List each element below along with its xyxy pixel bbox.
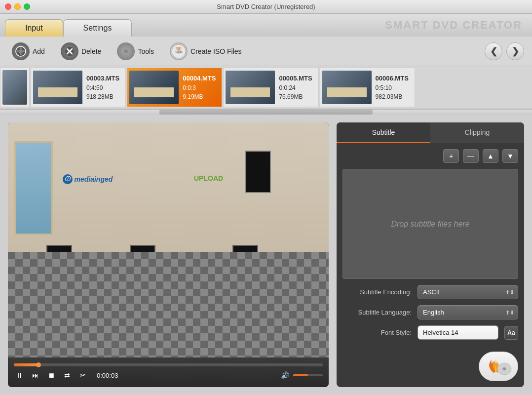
office-window — [14, 141, 53, 235]
nav-next-button[interactable]: ❯ — [506, 42, 524, 60]
pause-button[interactable]: ⏸ — [14, 369, 26, 381]
film-size: 982.03MB — [376, 92, 409, 101]
film-size: 76.69MB — [279, 92, 312, 101]
panel-tabs: Subtitle Clipping — [337, 122, 524, 143]
encoding-row: Subtitle Encoding: ASCII UTF-8 Latin-1 ⬆… — [342, 285, 518, 299]
iso-disc-icon: ISO DVD-R — [170, 42, 188, 60]
maximize-button[interactable] — [24, 3, 30, 10]
burn-icon — [484, 354, 513, 379]
move-up-button[interactable]: ▲ — [483, 149, 498, 163]
language-label: Subtitle Language: — [342, 309, 412, 316]
film-item-active[interactable]: 00004.MTS 0:0:3 9.19MB — [127, 68, 222, 107]
controls-row: ⏸ ⏭ ⏹ ⇄ ✂ 0:00:03 🔊 — [14, 369, 323, 381]
svg-point-1 — [19, 49, 23, 53]
filmstrip: MTS 3 00003.MTS 0:4:50 918.28MB — [0, 66, 532, 110]
add-subtitle-button[interactable]: + — [443, 149, 459, 163]
progress-fill — [14, 363, 38, 366]
minimize-button[interactable] — [14, 3, 21, 10]
progress-bar[interactable] — [14, 363, 323, 366]
film-duration: 0:4:50 — [86, 83, 119, 92]
film-thumbnail — [129, 71, 179, 104]
language-select[interactable]: English French German Spanish Italian — [418, 305, 518, 319]
next-frame-button[interactable]: ⏭ — [30, 369, 41, 381]
svg-point-3 — [20, 53, 22, 55]
drop-hint: Drop subtitle files here — [391, 220, 469, 229]
language-select-wrapper: English French German Spanish Italian ⬆⬇ — [418, 305, 518, 319]
close-button[interactable] — [5, 3, 11, 10]
film-size: 9.19MB — [183, 92, 216, 101]
create-iso-button[interactable]: ISO DVD-R Create ISO Files — [166, 40, 245, 62]
film-info: 00003.MTS 0:4:50 918.28MB — [82, 72, 123, 103]
panel-content: + — ▲ ▼ Drop subtitle files here Subtitl… — [337, 143, 524, 346]
subtitle-toolbar: + — ▲ ▼ — [342, 149, 518, 163]
create-iso-label: Create ISO Files — [190, 47, 241, 55]
move-down-button[interactable]: ▼ — [502, 149, 518, 163]
shuffle-button[interactable]: ⇄ — [61, 369, 73, 381]
svg-point-2 — [20, 47, 22, 49]
font-aa-button[interactable]: Aa — [504, 326, 518, 340]
panel-footer — [337, 346, 524, 387]
svg-point-9 — [124, 49, 128, 53]
volume-slider[interactable] — [293, 374, 323, 376]
video-controls: ⏸ ⏭ ⏹ ⇄ ✂ 0:00:03 🔊 — [8, 357, 329, 387]
nav-prev-button[interactable]: ❮ — [485, 42, 502, 60]
tab-subtitle[interactable]: Subtitle — [337, 122, 430, 143]
stop-button[interactable]: ⏹ — [45, 369, 57, 381]
film-item[interactable]: 00005.MTS 0:0:24 76.69MB — [223, 68, 318, 107]
delete-button[interactable]: Delete — [57, 40, 105, 62]
film-reel-icon — [12, 42, 30, 60]
film-info: 00004.MTS 0:0:3 9.19MB — [179, 72, 220, 103]
film-item[interactable]: 00006.MTS 0:5:10 982.03MB — [320, 68, 415, 107]
tab-bar: Input Settings SMART DVD CREATOR — [0, 14, 532, 37]
time-display: 0:00:03 — [97, 372, 118, 379]
main-window: Input Settings SMART DVD CREATOR Add — [0, 14, 532, 395]
film-duration: 0:5:10 — [376, 83, 409, 92]
tools-button[interactable]: Tools — [113, 40, 158, 62]
film-thumbnail — [2, 70, 27, 105]
encoding-select-wrapper: ASCII UTF-8 Latin-1 ⬆⬇ — [418, 285, 518, 299]
film-item[interactable]: 00003.MTS 0:4:50 918.28MB — [31, 68, 126, 107]
content-area: ⓘ mediainged UPLOAD — [0, 115, 532, 395]
film-item[interactable]: MTS 3 — [0, 68, 30, 107]
svg-point-17 — [503, 368, 505, 370]
progress-handle[interactable] — [36, 362, 41, 367]
film-filename: 00006.MTS — [376, 74, 409, 83]
film-duration: 0:0:3 — [183, 83, 216, 92]
film-info: 00005.MTS 0:0:24 76.69MB — [275, 72, 316, 103]
tab-clipping[interactable]: Clipping — [430, 122, 524, 143]
film-thumbnail — [33, 71, 82, 104]
font-value: Helvetica 14 — [423, 329, 458, 336]
font-style-box[interactable]: Helvetica 14 — [418, 325, 498, 340]
film-duration: 0:0:24 — [279, 83, 312, 92]
tools-label: Tools — [138, 47, 154, 55]
film-filename: 00003.MTS — [86, 74, 119, 83]
remove-subtitle-button[interactable]: — — [463, 149, 479, 163]
svg-text:ISO: ISO — [176, 46, 182, 50]
film-thumbnail — [322, 71, 372, 104]
office-floor — [8, 252, 329, 357]
add-button[interactable]: Add — [8, 40, 49, 62]
film-thumbnail — [226, 71, 275, 104]
cut-button[interactable]: ✂ — [77, 369, 89, 381]
delete-label: Delete — [81, 47, 101, 55]
add-label: Add — [33, 47, 45, 55]
gear-icon — [117, 42, 135, 60]
burn-button[interactable] — [479, 352, 518, 381]
nav-buttons: ❮ ❯ — [485, 42, 524, 60]
video-player: ⓘ mediainged UPLOAD — [8, 122, 329, 387]
subtitle-drop-zone[interactable]: Drop subtitle files here — [342, 169, 518, 279]
svg-point-4 — [17, 50, 19, 52]
toolbar: Add Delete Tools — [0, 37, 532, 66]
film-filename: 00005.MTS — [279, 74, 312, 83]
tab-input[interactable]: Input — [5, 19, 63, 37]
font-style-row: Font Style: Helvetica 14 Aa — [342, 325, 518, 340]
encoding-select[interactable]: ASCII UTF-8 Latin-1 — [418, 285, 518, 299]
window-controls[interactable] — [5, 3, 30, 10]
window-title: Smart DVD Creator (Unregistered) — [217, 3, 315, 10]
tab-settings[interactable]: Settings — [63, 19, 132, 37]
office-wall — [8, 122, 329, 252]
video-screen: ⓘ mediainged UPLOAD — [8, 122, 329, 357]
title-bar: Smart DVD Creator (Unregistered) — [0, 0, 532, 14]
volume-fill — [293, 374, 308, 376]
filmstrip-scrollbar[interactable] — [0, 110, 532, 115]
